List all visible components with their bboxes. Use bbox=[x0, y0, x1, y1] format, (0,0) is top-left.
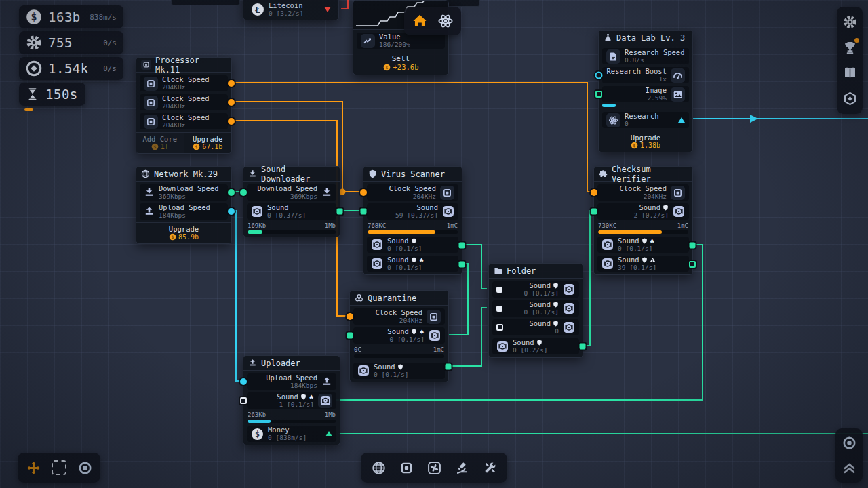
sound-output-port[interactable] bbox=[446, 364, 452, 370]
sound-input-port[interactable] bbox=[361, 209, 367, 215]
download-input-port[interactable] bbox=[240, 189, 247, 196]
flagged-output-port[interactable] bbox=[459, 262, 465, 268]
sound-output-row[interactable]: Sound 0 [0.37/s] bbox=[247, 203, 336, 220]
sound-output-port[interactable] bbox=[337, 209, 343, 215]
node-title[interactable]: Data Lab Lv. 3 bbox=[599, 30, 692, 45]
sound-input-row[interactable]: Sound ♠ 1 [0.1/s] bbox=[247, 392, 336, 409]
node-title[interactable]: Uploader bbox=[243, 356, 340, 371]
node-title[interactable]: Virus Scanner bbox=[363, 167, 462, 182]
processor-category-button[interactable] bbox=[396, 458, 416, 478]
sound-input-row[interactable]: Sound ♠ 0 [0.1/s] bbox=[353, 327, 445, 344]
sound-input-port[interactable] bbox=[240, 397, 247, 404]
node-title[interactable]: Processor Mk.11 bbox=[136, 58, 231, 73]
clock-speed-row[interactable]: Clock Speed 204KHz bbox=[140, 75, 228, 92]
clock-input-port[interactable] bbox=[591, 189, 597, 196]
sound-input-row[interactable]: Sound 0 bbox=[492, 319, 579, 336]
clock-speed-row[interactable]: Clock Speed 204KHz bbox=[367, 184, 458, 201]
upgrade-button[interactable]: Upgrade 1.38b bbox=[599, 131, 692, 152]
research-category-button[interactable] bbox=[452, 458, 472, 478]
node-title[interactable]: Network Mk.29 bbox=[136, 167, 231, 182]
clock-speed-row[interactable]: Clock Speed 204KHz bbox=[353, 308, 445, 325]
network-category-button[interactable] bbox=[368, 458, 389, 478]
sound-input-row[interactable]: Sound 59 [0.37/s] bbox=[367, 203, 458, 220]
node-checksum-verifier[interactable]: Checksum Verifier Clock Speed 204KHz Sou… bbox=[593, 166, 693, 275]
add-core-button[interactable]: Add Core 1T bbox=[136, 133, 184, 153]
clean-sound-output-row[interactable]: Sound 0 [0.1/s] bbox=[367, 237, 458, 253]
settings-button[interactable] bbox=[840, 12, 860, 33]
tools-category-button[interactable] bbox=[479, 458, 500, 478]
verified-sound-output-row[interactable]: Sound ♠ 0 [0.1/s] bbox=[597, 237, 689, 253]
sound-input-row[interactable]: Sound 0 [0.1/s] bbox=[492, 281, 579, 298]
collapse-all-button[interactable] bbox=[839, 458, 859, 478]
node-virus-scanner[interactable]: Virus Scanner Clock Speed 204KHz Sound 5… bbox=[363, 166, 462, 275]
node-sound-downloader[interactable]: Sound Downloader Download Speed 369Kbps … bbox=[243, 166, 340, 237]
node-data-lab[interactable]: Data Lab Lv. 3 Research Speed 0.8/s Rese… bbox=[598, 30, 693, 152]
clock-speed-row[interactable]: Clock Speed 204KHz bbox=[140, 113, 228, 129]
sound-input-row[interactable]: Sound 0 [0.1/s] bbox=[492, 300, 579, 317]
download-speed-row[interactable]: Download Speed 369Kbps bbox=[140, 184, 228, 201]
clock-input-port[interactable] bbox=[360, 189, 367, 196]
encyclopedia-button[interactable] bbox=[840, 63, 860, 83]
verified-output-port[interactable] bbox=[690, 243, 696, 249]
upload-speed-row[interactable]: Upload Speed 184Kbps bbox=[140, 203, 228, 220]
upload-speed-row[interactable]: Upload Speed 184Kbps bbox=[247, 373, 336, 390]
upgrade-button[interactable]: Upgrade 85.9b bbox=[136, 223, 231, 243]
upload-output-port[interactable] bbox=[228, 208, 235, 215]
money-output-port[interactable] bbox=[326, 431, 332, 436]
node-title[interactable]: Folder bbox=[489, 264, 583, 279]
move-tool-button[interactable] bbox=[23, 458, 43, 478]
sound-input-port[interactable] bbox=[591, 209, 597, 215]
failed-output-port[interactable] bbox=[689, 261, 696, 268]
node-processor[interactable]: Processor Mk.11 Clock Speed 204KHz Clock… bbox=[136, 57, 232, 154]
select-tool-button[interactable] bbox=[49, 458, 69, 478]
node-litecoin[interactable]: Litecoin 0 [3.2/s] bbox=[243, 0, 339, 20]
download-speed-row[interactable]: Download Speed 369Kbps bbox=[247, 184, 336, 201]
download-output-port[interactable] bbox=[228, 189, 235, 196]
research-output-row[interactable]: Research 0 bbox=[602, 112, 689, 128]
game-canvas[interactable]: $ $ Ł bbox=[0, 0, 868, 488]
clock-speed-row[interactable]: Clock Speed 204KHz bbox=[140, 94, 228, 110]
clean-output-port[interactable] bbox=[459, 243, 465, 249]
clock-speed-row[interactable]: Clock Speed 204KHz bbox=[597, 184, 689, 201]
node-title[interactable]: Sound Downloader bbox=[243, 167, 340, 182]
research-tab-button[interactable] bbox=[435, 11, 456, 31]
home-button[interactable] bbox=[410, 11, 430, 31]
sound-input-port[interactable] bbox=[496, 306, 502, 312]
sound-input-port[interactable] bbox=[347, 333, 353, 339]
cooling-category-button[interactable] bbox=[424, 458, 444, 478]
node-network[interactable]: Network Mk.29 Download Speed 369Kbps Upl… bbox=[136, 166, 232, 244]
flagged-sound-output-row[interactable]: Sound ♠ 0 [0.1/s] bbox=[367, 256, 458, 272]
shield-badge-icon bbox=[553, 283, 559, 289]
clock-output-port[interactable] bbox=[228, 80, 235, 87]
focus-tool-button[interactable] bbox=[75, 458, 95, 478]
sound-output-port[interactable] bbox=[580, 344, 586, 350]
image-row[interactable]: Image 2.59% bbox=[602, 86, 689, 102]
upload-input-port[interactable] bbox=[240, 378, 247, 385]
litecoin-row[interactable]: Litecoin 0 [3.2/s] bbox=[247, 2, 335, 17]
research-speed-row[interactable]: Research Speed 0.8/s bbox=[602, 48, 689, 64]
image-input-port[interactable] bbox=[595, 91, 602, 98]
sell-button[interactable]: Sell +23.6b bbox=[353, 52, 448, 75]
clock-input-port[interactable] bbox=[347, 313, 353, 320]
clock-output-port[interactable] bbox=[228, 118, 235, 125]
prestige-button[interactable] bbox=[840, 88, 860, 108]
node-title[interactable]: Quarantine bbox=[350, 291, 448, 306]
failed-sound-output-row[interactable]: Sound 39 [0.1/s] bbox=[597, 256, 689, 272]
research-output-port[interactable] bbox=[678, 117, 685, 123]
sound-input-port[interactable] bbox=[496, 324, 503, 331]
sound-input-row[interactable]: Sound 2 [0.2/s] bbox=[597, 203, 689, 220]
boost-input-port[interactable] bbox=[595, 72, 603, 79]
center-view-button[interactable] bbox=[839, 433, 859, 453]
sound-input-port[interactable] bbox=[496, 287, 502, 293]
node-folder[interactable]: Folder Sound 0 [0.1/s] Sound 0 [0.1/s] S… bbox=[488, 263, 583, 358]
research-boost-row[interactable]: Research Boost 1x bbox=[602, 67, 689, 83]
upgrade-button[interactable]: Upgrade 67.1b bbox=[184, 133, 232, 153]
node-quarantine[interactable]: Quarantine Clock Speed 204KHz Sound ♠ 0 … bbox=[349, 290, 449, 382]
achievements-button[interactable] bbox=[840, 37, 860, 58]
node-title[interactable]: Checksum Verifier bbox=[594, 167, 692, 182]
node-uploader[interactable]: Uploader Upload Speed 184Kbps Sound ♠ 1 … bbox=[243, 355, 340, 445]
sound-output-row[interactable]: Sound 0 [0.1/s] bbox=[353, 363, 445, 379]
clock-output-port[interactable] bbox=[228, 99, 235, 106]
sound-output-row[interactable]: Sound 0 [0.2/s] bbox=[492, 338, 579, 354]
money-output-row[interactable]: Money 0 [838m/s] bbox=[247, 426, 336, 442]
